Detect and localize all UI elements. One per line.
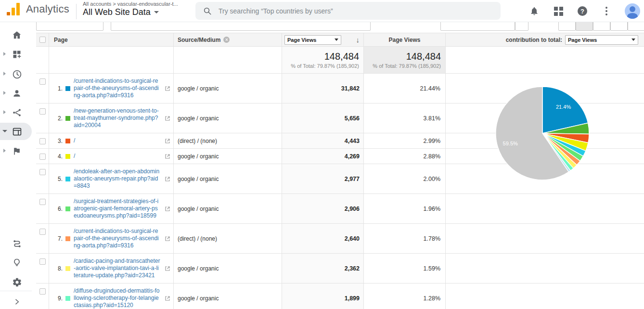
sidebar-collapse-button[interactable] [0,293,34,309]
remove-secondary-dimension-icon[interactable]: × [223,37,230,43]
table-search-input[interactable] [440,22,515,31]
global-search[interactable] [195,2,501,20]
sidebar-item-home[interactable] [0,26,34,44]
property-selector[interactable]: All Web Site Data [83,7,178,17]
open-in-new-icon[interactable] [165,206,170,212]
behavior-window-icon [12,127,22,137]
help-icon[interactable]: ? [577,5,588,17]
expand-arrow-icon[interactable] [3,72,6,76]
page-views-value: 2,640 [345,235,360,242]
table-search-button[interactable] [515,22,528,31]
row-checkbox[interactable] [39,229,46,235]
report-table: Page Source/Medium × Page Views ↓ Page V… [36,33,644,309]
source-medium-value: google / organic [178,176,219,182]
view-pivot-button[interactable] [628,22,644,31]
open-in-new-icon[interactable] [165,138,170,144]
sidebar-item-acquisition[interactable] [0,103,34,122]
series-color-marker [65,86,70,91]
chevron-down-icon [154,11,159,13]
page-link[interactable]: /current-indications-to-surgical-repair-… [74,228,160,249]
row-checkbox[interactable] [39,258,46,265]
total-page-views: 148,484 [406,51,441,62]
row-checkbox[interactable] [39,199,46,205]
collapse-chevron-icon [13,298,21,306]
view-table-button[interactable] [558,22,576,31]
page-views-value: 5,656 [345,115,360,122]
open-in-new-icon[interactable] [165,116,170,121]
chevron-down-icon [335,39,338,41]
select-all-checkbox[interactable] [39,37,46,43]
series-color-marker [65,236,70,241]
page-views-value: 4,443 [345,138,360,144]
metric-select-dropdown[interactable]: Page Views [284,35,341,45]
sidebar-item-attribution[interactable] [0,234,34,253]
page-views-percent: 21.44% [420,85,440,92]
more-vertical-icon[interactable] [601,5,612,17]
collapse-arrow-icon[interactable] [2,130,7,132]
sort-descending-icon[interactable]: ↓ [356,36,360,44]
analytics-logo-icon[interactable] [7,3,21,15]
help-glyph: ? [578,6,587,16]
page-link[interactable]: /endoleak-after-an-open-abdominalaortic-… [74,168,160,190]
open-in-new-icon[interactable] [165,154,170,159]
home-icon [12,30,22,40]
view-comparison-button[interactable] [610,22,628,31]
source-medium-value: (direct) / (none) [178,235,217,242]
sidebar-item-customization[interactable] [0,45,34,64]
page-views-percent: 2.00% [424,176,440,182]
view-performance-button[interactable] [593,22,610,31]
open-in-new-icon[interactable] [165,86,170,91]
column-header-source-medium[interactable]: Source/Medium [178,37,220,43]
page-link[interactable]: /surgical-treatment-strategies-of-iatrog… [74,198,160,219]
page-link[interactable]: /new-generation-venous-stent-to-treat-ma… [74,107,160,129]
total-pct-of-total: % of Total: 79.87% (185,902) [373,63,441,69]
sidebar-item-realtime[interactable] [0,65,34,83]
app-header: Analytics All accounts > vascular-endova… [0,0,644,22]
row-checkbox[interactable] [39,108,46,115]
view-percentage-button[interactable] [576,22,593,31]
sidebar-item-audience[interactable] [0,84,34,103]
column-header-page-views[interactable]: Page Views [389,37,421,43]
secondary-dimension-button[interactable] [36,22,103,31]
sidebar-item-admin[interactable] [0,273,34,291]
table-row: 8. /cardiac-pacing-and-transcatheter-aor… [36,254,644,283]
discover-lightbulb-icon [12,258,22,268]
sidebar-item-discover[interactable] [0,254,34,272]
total-page-views: 148,484 [324,51,359,62]
open-in-new-icon[interactable] [165,296,170,301]
apps-grid-icon[interactable] [553,5,564,17]
source-medium-value: (direct) / (none) [178,138,217,144]
open-in-new-icon[interactable] [165,266,170,271]
expand-arrow-icon[interactable] [3,110,6,114]
row-checkbox[interactable] [39,138,46,144]
expand-arrow-icon[interactable] [3,91,6,95]
page-link[interactable]: /current-indications-to-surgical-repair-… [74,77,160,99]
column-header-page[interactable]: Page [54,37,68,43]
series-color-marker [65,177,70,181]
expand-arrow-icon[interactable] [3,149,6,153]
row-checkbox[interactable] [39,154,46,160]
row-checkbox[interactable] [39,78,46,85]
contribution-metric-dropdown[interactable]: Page Views [565,35,638,45]
search-input[interactable] [219,7,459,15]
table-row: 2. /new-generation-venous-stent-to-treat… [36,103,644,133]
page-views-percent: 1.59% [424,265,440,272]
dimension-filter-box[interactable] [111,22,371,31]
page-link[interactable]: / [74,137,75,144]
expand-arrow-icon[interactable] [3,52,6,56]
open-in-new-icon[interactable] [165,236,170,242]
page-link[interactable]: / [74,153,75,160]
sidebar-item-behavior[interactable] [0,122,34,141]
user-avatar[interactable] [625,3,640,19]
row-checkbox[interactable] [39,288,46,295]
contribution-label: contribution to total: [506,37,562,43]
chevron-down-icon [631,39,635,41]
page-link[interactable]: /cardiac-pacing-and-transcatheter-aortic… [74,258,160,279]
sidebar-item-conversions[interactable] [0,142,34,160]
row-checkbox[interactable] [39,169,46,175]
table-row: 4. / google / organic 4,269 2.88% [36,149,644,164]
page-link[interactable]: /diffuse-druginduced-dermatitis-followin… [74,287,160,309]
breadcrumb[interactable]: All accounts > vascular-endovascular-t..… [83,1,178,7]
open-in-new-icon[interactable] [165,176,170,182]
notifications-bell-icon[interactable] [528,5,540,17]
